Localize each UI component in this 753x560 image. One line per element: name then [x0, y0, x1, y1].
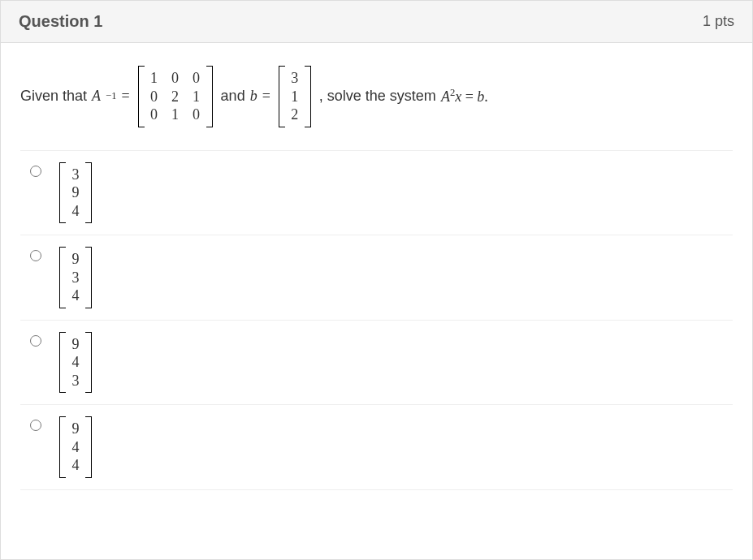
answer-option-1[interactable]: 3 9 4 [20, 151, 733, 236]
equation-x: x [455, 88, 461, 105]
vector-cell: 1 [290, 88, 300, 106]
matrix-cell: 1 [171, 106, 180, 124]
vector-cell: 4 [71, 438, 80, 457]
variable-A: A [92, 88, 101, 105]
vector-cell: 3 [290, 69, 300, 88]
answer-vector-1: 3 9 4 [59, 162, 92, 224]
prompt-and: and [221, 88, 245, 105]
matrix-cell: 0 [149, 106, 159, 124]
vector-cell: 4 [71, 353, 80, 372]
question-container: Question 1 1 pts Given that A−1 = 1 0 0 … [0, 0, 753, 560]
answer-option-2[interactable]: 9 3 4 [20, 235, 733, 321]
question-body: Given that A−1 = 1 0 0 0 2 1 [1, 43, 752, 506]
answer-radio-4[interactable] [30, 420, 41, 431]
answer-radio-2[interactable] [30, 250, 41, 261]
vector-b: 3 1 2 [279, 66, 311, 127]
equation-equals: = [461, 88, 477, 105]
matrix-cell: 0 [171, 69, 180, 88]
matrix-cell: 0 [149, 88, 159, 106]
vector-cell: 3 [71, 166, 80, 184]
answer-vector-2: 9 3 4 [59, 247, 92, 308]
question-title: Question 1 [19, 12, 102, 31]
vector-cell: 9 [71, 183, 80, 202]
matrix-cell: 1 [192, 88, 201, 106]
vector-cell: 3 [71, 269, 80, 287]
answer-radio-1[interactable] [30, 166, 41, 177]
question-header: Question 1 1 pts [1, 0, 752, 43]
vector-cell: 9 [71, 250, 80, 269]
matrix-A-inverse: 1 0 0 0 2 1 0 1 0 [138, 66, 213, 127]
equals-sign-1: = [121, 88, 129, 105]
matrix-cell: 1 [149, 69, 159, 88]
matrix-cell: 2 [171, 88, 180, 106]
equals-sign-2: = [262, 88, 270, 105]
answer-list: 3 9 4 9 3 4 [20, 151, 733, 490]
question-prompt: Given that A−1 = 1 0 0 0 2 1 [20, 66, 733, 151]
prompt-solve: , solve the system [319, 88, 436, 105]
answer-option-3[interactable]: 9 4 3 [20, 321, 733, 406]
answer-vector-4: 9 4 4 [59, 416, 92, 478]
vector-cell: 4 [71, 286, 80, 305]
answer-option-4[interactable]: 9 4 4 [20, 405, 733, 490]
vector-cell: 9 [71, 335, 80, 354]
vector-cell: 4 [71, 456, 80, 475]
vector-cell: 2 [290, 106, 300, 124]
prompt-lead: Given that [20, 88, 87, 105]
equation-A: A [441, 88, 450, 105]
answer-vector-3: 9 4 3 [59, 332, 92, 394]
exponent-neg1: −1 [106, 90, 116, 102]
answer-radio-3[interactable] [30, 335, 41, 347]
equation-b: b [477, 88, 484, 105]
matrix-cell: 0 [192, 69, 201, 88]
matrix-cell: 0 [192, 106, 201, 124]
vector-cell: 4 [71, 202, 80, 221]
vector-cell: 3 [71, 372, 80, 390]
equation-period: . [484, 88, 488, 105]
vector-cell: 9 [71, 420, 80, 438]
variable-b: b [250, 88, 257, 105]
question-points: 1 pts [703, 13, 734, 30]
